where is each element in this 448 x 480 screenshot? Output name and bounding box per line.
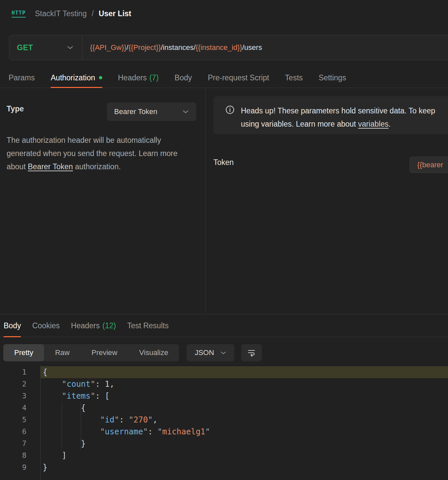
line-number: 5: [0, 414, 40, 426]
chevron-down-icon: [220, 351, 226, 355]
view-raw-button[interactable]: Raw: [44, 344, 80, 361]
tab-response-headers[interactable]: Headers (12): [71, 314, 116, 337]
line-number: 9: [0, 461, 40, 473]
request-name[interactable]: User List: [99, 9, 131, 18]
tab-response-body[interactable]: Body: [4, 314, 21, 337]
auth-description-text: authorization.: [73, 162, 120, 171]
line-content: "items": [: [40, 390, 448, 402]
response-toolbar: Pretty Raw Preview Visualize JSON: [3, 344, 448, 361]
tab-label: Cookies: [32, 321, 60, 330]
tab-label: Params: [9, 73, 35, 82]
line-number: 4: [0, 402, 40, 414]
info-icon: [225, 105, 235, 115]
tab-settings[interactable]: Settings: [319, 68, 346, 88]
code-line[interactable]: 3 "items": [: [0, 390, 448, 402]
line-number: 8: [0, 450, 40, 461]
sensitive-data-banner: Heads up! These parameters hold sensitiv…: [213, 96, 448, 134]
bearer-token-link[interactable]: Bearer Token: [28, 162, 73, 171]
banner-text: Heads up! These parameters hold sensitiv…: [241, 104, 435, 131]
line-content: "username": "michaelg1": [40, 426, 448, 438]
code-line[interactable]: 2 "count": 1,: [0, 378, 448, 390]
banner-line-2-text: using variables. Learn more about: [241, 120, 358, 128]
tab-body[interactable]: Body: [175, 68, 192, 88]
line-content: {: [40, 402, 448, 414]
collection-name[interactable]: StackIT Testing: [35, 9, 87, 18]
tab-authorization[interactable]: Authorization: [51, 68, 102, 88]
tab-headers[interactable]: Headers (7): [118, 68, 159, 88]
tab-label: Pre-request Script: [208, 73, 269, 82]
response-format-value: JSON: [195, 348, 214, 357]
url-input[interactable]: {{API_Gw}}/{{Project}}/instances/{{insta…: [82, 35, 448, 60]
wrap-text-button[interactable]: [241, 344, 262, 361]
response-format-select[interactable]: JSON: [187, 344, 234, 361]
tab-label: Body: [175, 73, 192, 82]
response-tabs: Body Cookies Headers (12) Test Results: [0, 314, 448, 337]
tab-test-results[interactable]: Test Results: [127, 314, 168, 337]
http-request-icon: HTTP: [12, 10, 26, 18]
auth-description: The authorization header will be automat…: [7, 134, 197, 173]
method-selector[interactable]: GET: [9, 35, 82, 60]
chevron-down-icon: [182, 110, 189, 114]
banner-line-1: Heads up! These parameters hold sensitiv…: [241, 104, 435, 117]
code-line[interactable]: 5 "id": "270",: [0, 414, 448, 426]
line-content: "id": "270",: [40, 414, 448, 426]
variables-link[interactable]: variables: [358, 120, 388, 128]
authorization-panel: Type Bearer Token The authorization head…: [0, 88, 448, 314]
breadcrumb-separator: /: [92, 9, 94, 18]
code-line[interactable]: 4 {: [0, 402, 448, 414]
code-line[interactable]: 7 }: [0, 438, 448, 450]
code-editor[interactable]: 1{2 "count": 1,3 "items": [4 {5 "id": "2…: [0, 366, 448, 480]
tab-tests[interactable]: Tests: [285, 68, 303, 88]
auth-type-value: Bearer Token: [114, 107, 157, 116]
url-part: /instances/: [161, 43, 196, 52]
chevron-down-icon: [67, 46, 73, 50]
code-line[interactable]: 1{: [0, 366, 448, 378]
url-part: {{Project}}: [128, 43, 161, 52]
line-content: }: [40, 461, 448, 473]
token-input[interactable]: {{bearer: [410, 157, 448, 173]
tab-pre-request-script[interactable]: Pre-request Script: [208, 68, 269, 88]
banner-line-2: using variables. Learn more about variab…: [241, 117, 435, 131]
headers-count-badge: (7): [149, 73, 158, 82]
response-headers-count-badge: (12): [102, 321, 116, 330]
tab-cookies[interactable]: Cookies: [32, 314, 60, 337]
token-label: Token: [213, 158, 234, 167]
auth-type-panel: Type Bearer Token The authorization head…: [0, 88, 205, 314]
view-visualize-button[interactable]: Visualize: [128, 344, 179, 361]
line-content: }: [40, 438, 448, 450]
line-number: 6: [0, 426, 40, 438]
view-toggle-group: Pretty Raw Preview Visualize: [3, 344, 179, 361]
view-preview-button[interactable]: Preview: [80, 344, 128, 361]
tab-params[interactable]: Params: [9, 68, 35, 88]
method-label: GET: [17, 43, 33, 52]
indent-guide: [81, 402, 81, 450]
auth-detail-panel: Heads up! These parameters hold sensitiv…: [205, 88, 448, 314]
url-part: {{API_Gw}}: [90, 43, 126, 52]
wrap-text-icon: [247, 348, 256, 357]
line-number: 3: [0, 390, 40, 402]
code-line[interactable]: 6 "username": "michaelg1": [0, 426, 448, 438]
line-content: ]: [40, 450, 448, 461]
url-part: /users: [242, 43, 262, 52]
auth-type-select[interactable]: Bearer Token: [107, 102, 196, 121]
view-pretty-button[interactable]: Pretty: [3, 344, 44, 361]
line-number: 1: [0, 366, 40, 378]
tab-label: Headers: [71, 321, 100, 330]
request-url-bar: GET {{API_Gw}}/{{Project}}/instances/{{i…: [9, 35, 448, 60]
line-number: 2: [0, 378, 40, 390]
url-part: {{instance_id}}: [196, 43, 242, 52]
response-section: Body Cookies Headers (12) Test Results P…: [0, 314, 448, 480]
gutter-separator: [40, 366, 41, 480]
code-line[interactable]: 8 ]: [0, 450, 448, 461]
line-content: {: [40, 366, 448, 378]
tab-label: Body: [4, 321, 21, 330]
tab-label: Authorization: [51, 73, 95, 82]
code-lines: 1{2 "count": 1,3 "items": [4 {5 "id": "2…: [0, 366, 448, 473]
tab-label: Tests: [285, 73, 303, 82]
auth-type-label: Type: [7, 104, 24, 113]
code-line[interactable]: 9}: [0, 461, 448, 473]
tab-label: Headers: [118, 73, 147, 82]
line-number: 7: [0, 438, 40, 450]
tab-label: Settings: [319, 73, 346, 82]
line-content: "count": 1,: [40, 378, 448, 390]
